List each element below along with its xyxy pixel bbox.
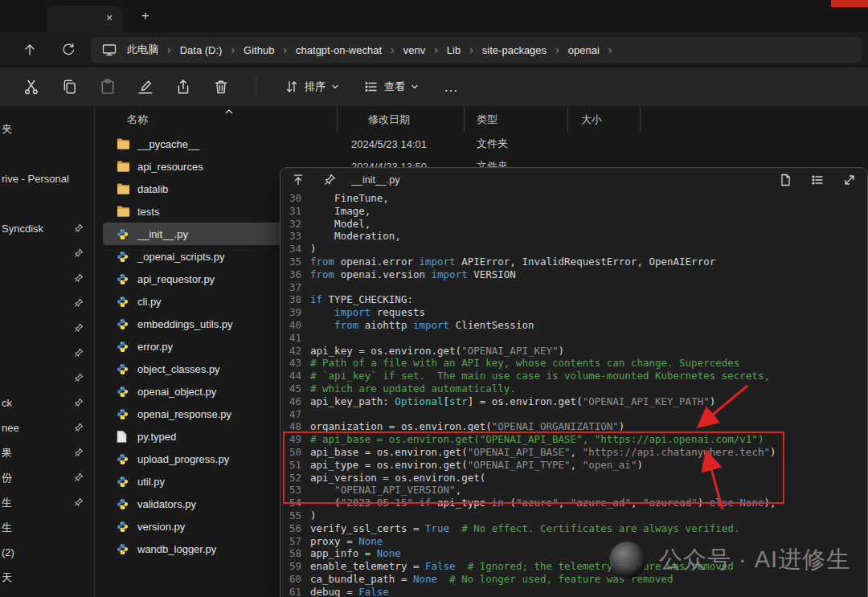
up-button[interactable] <box>15 37 44 63</box>
sort-menu-button[interactable]: 排序 <box>281 80 342 94</box>
sidebar-item[interactable]: rive - Personal <box>0 166 94 191</box>
column-header[interactable]: 大小 <box>568 106 641 133</box>
sidebar-item[interactable]: 份 <box>0 465 94 490</box>
view-icon <box>364 80 379 94</box>
sidebar-item-label: 天 <box>2 570 12 585</box>
refresh-button[interactable] <box>54 37 83 63</box>
pin-icon <box>74 348 84 358</box>
code-line: 53 "OPENAI_API_VERSION", <box>285 484 867 497</box>
code-line: 31 Image, <box>285 205 867 218</box>
sidebar-item-label: ck <box>2 397 12 409</box>
navigation-bar: 此电脑›Data (D:)›Github›chatgpt-on-wechat›v… <box>0 32 868 67</box>
line-number: 43 <box>285 357 301 370</box>
pin-icon <box>74 273 84 283</box>
rename-button[interactable] <box>136 77 155 96</box>
sidebar-list: 夹rive - PersonalSyncdiskcknee果份生生(2)天 <box>0 106 95 597</box>
sidebar-item[interactable]: Syncdisk <box>0 216 94 241</box>
pin-icon <box>74 448 84 457</box>
line-number: 42 <box>285 345 301 358</box>
sidebar-item[interactable] <box>0 266 94 291</box>
outline-view-icon[interactable] <box>811 174 824 186</box>
close-tab-icon[interactable]: × <box>102 11 117 26</box>
code-line: 48organization = os.environ.get("OPENAI_… <box>285 420 867 433</box>
sidebar-item[interactable]: 生 <box>0 490 94 515</box>
share-button[interactable] <box>174 77 193 96</box>
line-number: 49 <box>285 433 301 446</box>
sidebar-item[interactable] <box>0 366 94 391</box>
line-number: 47 <box>285 408 301 421</box>
new-tab-button[interactable]: + <box>137 7 154 25</box>
code-line: 49# api_base = os.environ.get("OPENAI_AP… <box>285 433 867 446</box>
breadcrumb-chevron-icon: › <box>226 43 240 56</box>
expand-icon[interactable] <box>843 174 856 186</box>
sidebar-item[interactable] <box>0 291 94 316</box>
folder-icon <box>117 206 130 217</box>
scroll-to-top-icon[interactable] <box>292 174 305 186</box>
copy-button[interactable] <box>60 77 80 96</box>
breadcrumb-item[interactable]: openai <box>564 44 604 56</box>
sidebar-item[interactable] <box>0 316 94 341</box>
explorer-window: × + 此电脑›Data (D:)›Github›chatgpt-on-wech… <box>0 0 868 597</box>
breadcrumb-item[interactable]: Github <box>240 44 278 56</box>
breadcrumb-item[interactable]: chatgpt-on-wechat <box>292 44 386 56</box>
line-number: 58 <box>285 547 301 560</box>
delete-button[interactable] <box>211 77 231 96</box>
pin-icon[interactable] <box>324 174 337 186</box>
sidebar-item[interactable]: (2) <box>0 540 94 565</box>
line-number: 41 <box>285 332 301 345</box>
code-line: 45# which are updated automatically. <box>285 382 867 395</box>
sidebar-item[interactable]: ck <box>0 391 94 415</box>
breadcrumb-item[interactable]: 此电脑 <box>123 43 162 57</box>
sidebar-item <box>0 191 94 216</box>
file-name: datalib <box>137 183 168 195</box>
sidebar-item[interactable]: 天 <box>0 565 94 590</box>
window-close-button[interactable] <box>831 0 868 7</box>
line-number: 52 <box>285 472 301 485</box>
line-number: 59 <box>285 560 301 573</box>
code-line: 39 import requests <box>285 306 867 319</box>
column-header[interactable]: 修改日期 <box>338 106 465 133</box>
code-line: 59enable_telemetry = False # Ignored; th… <box>285 560 867 573</box>
breadcrumb-item[interactable]: Data (D:) <box>176 44 227 56</box>
sidebar-item <box>0 141 94 166</box>
sidebar-item[interactable] <box>0 241 94 266</box>
file-name: embeddings_utils.py <box>137 318 233 330</box>
cut-button[interactable] <box>23 77 42 96</box>
breadcrumb-chevron-icon: › <box>551 43 564 56</box>
trash-icon <box>213 79 229 95</box>
sidebar-item[interactable]: 生 <box>0 515 94 540</box>
sidebar-item[interactable]: nee <box>0 415 94 440</box>
breadcrumb-item[interactable]: Lib <box>443 44 465 56</box>
sidebar-item[interactable]: 夹 <box>0 117 94 141</box>
sidebar-item[interactable]: 果 <box>0 440 94 465</box>
sidebar-item-label: Syncdisk <box>2 223 43 235</box>
tab-bar: × + <box>0 0 868 32</box>
py-icon <box>117 543 130 555</box>
command-toolbar: 排序 查看 … <box>0 67 868 106</box>
file-row[interactable]: __pycache__2024/5/23 14:01文件夹 <box>103 133 868 155</box>
address-bar[interactable]: 此电脑›Data (D:)›Github›chatgpt-on-wechat›v… <box>91 37 862 63</box>
code-line: 42api_key = os.environ.get("OPENAI_API_K… <box>285 345 867 358</box>
sidebar-item[interactable] <box>0 341 94 366</box>
breadcrumb-chevron-icon: › <box>162 43 176 56</box>
code-line: 51api_type = os.environ.get("OPENAI_API_… <box>285 459 867 472</box>
column-header[interactable]: 类型 <box>465 106 568 133</box>
breadcrumb-item[interactable]: venv <box>399 44 429 56</box>
view-menu-button[interactable]: 查看 <box>361 80 422 94</box>
code-line: 47 <box>285 408 867 421</box>
breadcrumb: 此电脑›Data (D:)›Github›chatgpt-on-wechat›v… <box>123 43 616 57</box>
paste-button[interactable] <box>98 77 117 96</box>
pin-icon <box>74 248 84 258</box>
folder-icon <box>117 161 130 172</box>
breadcrumb-chevron-icon: › <box>604 43 617 56</box>
sidebar-item-label: 份 <box>2 471 12 485</box>
code-line: 33 Moderation, <box>285 230 867 243</box>
file-name: __pycache__ <box>137 138 199 150</box>
py-icon <box>117 296 130 308</box>
open-file-icon[interactable] <box>779 174 792 186</box>
column-header[interactable]: 名称 <box>103 106 338 133</box>
more-options-button[interactable]: … <box>444 79 459 96</box>
breadcrumb-item[interactable]: site-packages <box>478 44 551 56</box>
explorer-tab[interactable]: × <box>47 6 123 32</box>
pin-icon <box>74 398 84 407</box>
